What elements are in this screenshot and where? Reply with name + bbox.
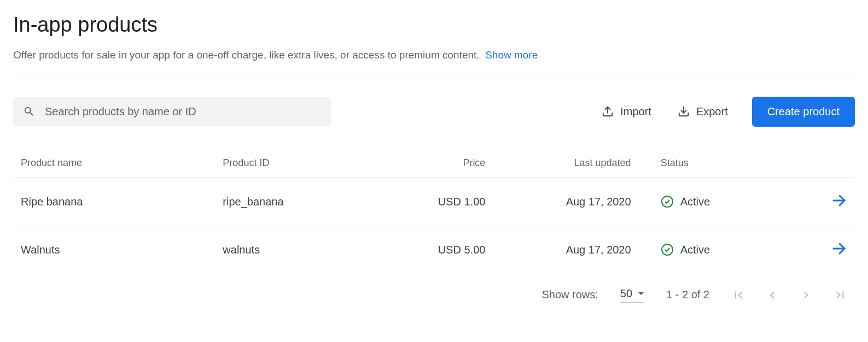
status-text: Active xyxy=(680,244,710,256)
first-page-button[interactable] xyxy=(731,288,745,302)
table-row[interactable]: Ripe bananaripe_bananaUSD 1.00Aug 17, 20… xyxy=(13,178,855,226)
search-box[interactable] xyxy=(13,97,331,126)
last-page-icon xyxy=(833,288,847,302)
table-header-row: Product name Product ID Price Last updat… xyxy=(13,149,855,178)
cell-product-id: walnuts xyxy=(215,226,400,274)
last-page-button[interactable] xyxy=(833,288,847,302)
search-icon xyxy=(23,105,35,117)
chevron-left-icon xyxy=(765,288,779,302)
arrow-right-icon xyxy=(831,192,847,209)
cell-product-id: ripe_banana xyxy=(215,178,400,226)
col-header-id: Product ID xyxy=(215,149,400,178)
next-page-button[interactable] xyxy=(799,288,813,302)
subtitle-text: Offer products for sale in your app for … xyxy=(13,49,480,61)
check-circle-icon xyxy=(661,243,674,256)
cell-product-name: Walnuts xyxy=(13,226,215,274)
dropdown-icon xyxy=(638,290,644,297)
rows-per-page-value: 50 xyxy=(620,287,632,300)
svg-point-4 xyxy=(662,244,673,255)
import-button[interactable]: Import xyxy=(599,101,654,122)
cell-price: USD 1.00 xyxy=(400,178,518,226)
show-more-link[interactable]: Show more xyxy=(485,49,538,61)
row-open-button[interactable] xyxy=(831,192,847,209)
first-page-icon xyxy=(731,288,745,302)
rows-per-page-select[interactable]: 50 xyxy=(620,287,644,303)
svg-point-2 xyxy=(662,196,673,207)
col-header-status: Status xyxy=(653,149,788,178)
pager xyxy=(731,288,847,302)
cell-last-updated: Aug 17, 2020 xyxy=(518,178,653,226)
cell-last-updated: Aug 17, 2020 xyxy=(518,226,653,274)
col-header-price: Price xyxy=(400,149,518,178)
table-footer: Show rows: 50 1 - 2 of 2 xyxy=(13,274,855,303)
header-divider xyxy=(13,79,855,79)
check-circle-icon xyxy=(661,195,674,208)
status-text: Active xyxy=(680,196,710,208)
page-range: 1 - 2 of 2 xyxy=(666,288,709,301)
search-input[interactable] xyxy=(44,105,322,119)
export-button[interactable]: Export xyxy=(675,101,730,122)
page-title: In-app products xyxy=(13,13,855,37)
products-table: Product name Product ID Price Last updat… xyxy=(13,149,855,274)
arrow-right-icon xyxy=(831,240,847,257)
table-row[interactable]: WalnutswalnutsUSD 5.00Aug 17, 2020Active xyxy=(13,226,855,274)
cell-action xyxy=(788,226,855,274)
download-icon xyxy=(678,105,690,117)
import-label: Import xyxy=(620,105,651,118)
cell-action xyxy=(788,178,855,226)
export-label: Export xyxy=(696,105,728,118)
cell-status: Active xyxy=(653,226,788,274)
cell-product-name: Ripe banana xyxy=(13,178,215,226)
page-subtitle: Offer products for sale in your app for … xyxy=(13,48,855,63)
toolbar: Import Export Create product xyxy=(13,97,855,127)
create-product-button[interactable]: Create product xyxy=(752,97,855,127)
prev-page-button[interactable] xyxy=(765,288,779,302)
upload-icon xyxy=(602,105,614,117)
show-rows-label: Show rows: xyxy=(541,288,598,301)
col-header-name: Product name xyxy=(13,149,215,178)
row-open-button[interactable] xyxy=(831,240,847,257)
cell-price: USD 5.00 xyxy=(400,226,518,274)
cell-status: Active xyxy=(653,178,788,226)
chevron-right-icon xyxy=(799,288,813,302)
col-header-updated: Last updated xyxy=(518,149,653,178)
